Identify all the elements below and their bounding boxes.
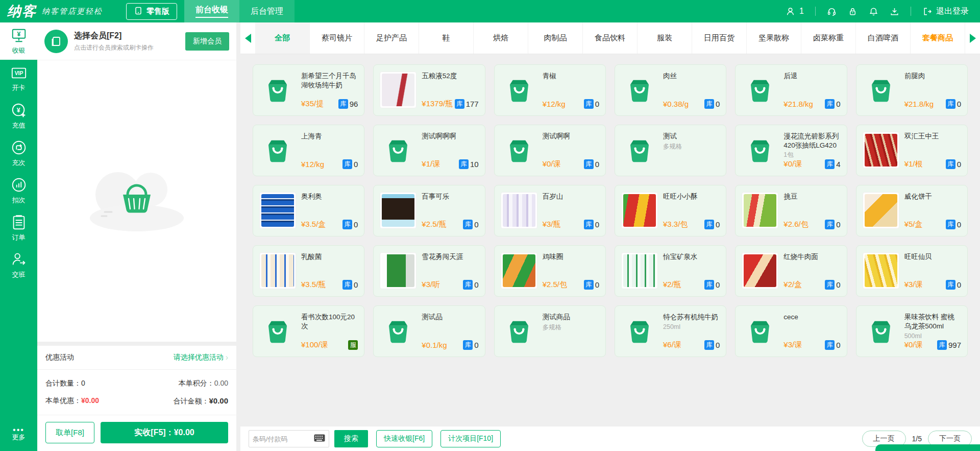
product-card[interactable]: 测试商品多规格 [494, 305, 606, 357]
keyboard-icon[interactable] [314, 434, 325, 444]
category-tab[interactable]: 卤菜称重 [801, 22, 856, 54]
product-card[interactable]: 怡宝矿泉水¥2/瓶库0 [615, 245, 726, 297]
product-card[interactable]: 挑豆¥2.6/包库0 [735, 185, 847, 236]
product-card[interactable]: 百事可乐¥2.5/瓶库0 [373, 185, 485, 236]
category-tab[interactable]: 蔡司镜片 [310, 22, 364, 54]
stock-count: 96 [350, 100, 358, 108]
product-name: 怡宝矿泉水 [663, 252, 720, 262]
select-member-label: 选择会员[F2] [74, 31, 179, 41]
product-name: 红烧牛肉面 [783, 252, 840, 262]
category-tab[interactable]: 全部 [255, 22, 310, 54]
product-bag-icon [863, 313, 899, 349]
sidebar-item-refill-times[interactable]: 充次 [0, 134, 37, 172]
stock-badge-icon: 库 [459, 159, 469, 169]
category-tab[interactable]: 足护产品 [364, 22, 419, 54]
download-icon[interactable] [890, 7, 899, 16]
arrow-left-icon [245, 34, 251, 43]
product-card[interactable]: 果味茶饮料 蜜桃乌龙茶500ml500ml¥0/课库997 [856, 305, 968, 357]
quick-checkout-button[interactable]: 快速收银[F6] [376, 430, 432, 447]
product-card[interactable]: 测试品¥0.1/kg库0 [373, 305, 485, 357]
category-tab[interactable]: 鞋 [419, 22, 474, 54]
category-scroll-right-button[interactable] [965, 22, 980, 54]
product-card[interactable]: 五粮液52度¥1379/瓶库177 [373, 64, 485, 116]
sidebar-item-shift-change[interactable]: 交班 [0, 246, 37, 283]
sidebar-item-deduct-times[interactable]: 扣次 [0, 172, 37, 209]
choose-promo-link[interactable]: 请选择优惠活动 › [174, 353, 228, 362]
stock-badge-icon: 库 [342, 280, 352, 290]
product-card[interactable]: 双汇王中王¥1/根库0 [856, 125, 968, 176]
checkout-button[interactable]: 实收[F5]：¥0.00 [101, 422, 228, 443]
product-area: 全部蔡司镜片足护产品鞋烘焙肉制品食品饮料服装日用百货坚果散称卤菜称重白酒啤酒套餐… [240, 22, 980, 451]
product-price: ¥0/课 [783, 159, 802, 169]
sidebar-item-orders[interactable]: 订单 [0, 209, 37, 246]
search-button[interactable]: 搜索 [334, 430, 368, 447]
sidebar-more-button[interactable]: ••• 更多 [0, 418, 37, 451]
stock-count: 0 [474, 220, 478, 229]
product-card[interactable]: 看书次数100元20次¥100/课服 [253, 305, 364, 357]
product-card[interactable]: 威化饼干¥5/盒库0 [856, 185, 968, 236]
product-card[interactable]: 测试啊啊啊¥1/课库10 [373, 125, 485, 176]
product-card[interactable]: 雪花勇闯天涯¥3/听库0 [373, 245, 485, 297]
product-card[interactable]: 旺旺仙贝¥3/课库0 [856, 245, 968, 297]
sidebar-item-cashier[interactable]: ¥ 收银 [0, 22, 37, 60]
barcode-input[interactable] [253, 435, 314, 443]
product-card[interactable]: 漫花流光碧影系列420张抽纸LG4201包¥0/课库4 [735, 125, 847, 176]
product-card[interactable]: 红烧牛肉面¥2/盒库0 [735, 245, 847, 297]
product-name: 百事可乐 [422, 192, 478, 201]
product-card[interactable]: cece¥3/课库0 [735, 305, 847, 357]
online-users[interactable]: 1 [786, 7, 804, 16]
app-slogan: 纳客管店更轻松 [42, 7, 103, 16]
product-card[interactable]: 肉丝¥0.38/g库0 [615, 64, 726, 116]
product-card[interactable]: 测试啊啊¥0/课库0 [494, 125, 606, 176]
logout-button[interactable]: 退出登录 [922, 6, 969, 17]
product-card[interactable]: 百岁山¥3/瓶库0 [494, 185, 606, 236]
category-tab[interactable]: 套餐商品 [911, 22, 965, 54]
product-price: ¥1/课 [422, 159, 440, 169]
product-card[interactable]: 后退¥21.8/kg库0 [735, 64, 847, 116]
category-tab[interactable]: 坚果散称 [747, 22, 801, 54]
tab-front-cashier[interactable]: 前台收银 [184, 0, 239, 22]
product-card[interactable]: 特仑苏有机纯牛奶250ml¥6/课库0 [615, 305, 726, 357]
sidebar-item-recharge[interactable]: ¥ 充值 [0, 97, 37, 134]
tab-back-office[interactable]: 后台管理 [239, 0, 295, 22]
lock-icon[interactable] [848, 7, 857, 16]
support-headset-icon[interactable] [827, 7, 837, 16]
product-card[interactable]: 鸡味圈¥2.5/包库0 [494, 245, 606, 297]
product-price: ¥3.5/瓶 [301, 280, 326, 290]
category-tab[interactable]: 肉制品 [528, 22, 583, 54]
category-tab[interactable]: 烘焙 [474, 22, 528, 54]
svg-text:¥: ¥ [17, 30, 20, 37]
category-tab[interactable]: 白酒啤酒 [856, 22, 911, 54]
product-name: 上海青 [301, 132, 358, 141]
select-member-area[interactable]: 选择会员[F2] 点击进行会员搜索或刷卡操作 新增会员 [37, 22, 236, 60]
stock-count: 177 [466, 100, 479, 108]
stock-badge-icon: 库 [584, 280, 594, 290]
product-card[interactable]: 旺旺小小酥¥3.3/包库0 [615, 185, 726, 236]
product-card[interactable]: 前腿肉¥21.8/kg库0 [856, 64, 968, 116]
product-card[interactable]: 青椒¥12/kg库0 [494, 64, 606, 116]
category-scroll-left-button[interactable] [240, 22, 255, 54]
category-tab[interactable]: 服装 [638, 22, 692, 54]
product-card[interactable]: 奥利奥¥3.5/盒库0 [253, 185, 364, 236]
stock-badge-icon: 库 [704, 280, 714, 290]
product-bag-icon [501, 313, 537, 349]
add-member-button[interactable]: 新增会员 [185, 32, 229, 51]
product-card[interactable]: 新希望三个月千岛湖牧场纯牛奶¥35/提库96 [253, 64, 364, 116]
product-card[interactable]: 上海青¥12/kg库0 [253, 125, 364, 176]
product-name: 旺旺仙贝 [904, 252, 961, 262]
category-tab[interactable]: 食品饮料 [583, 22, 638, 54]
hold-order-button[interactable]: 取单[F8] [45, 422, 94, 443]
stock-indicator: 库0 [946, 159, 961, 169]
category-tab[interactable]: 日用百货 [692, 22, 747, 54]
product-photo [863, 252, 899, 289]
stock-indicator: 库0 [463, 280, 478, 290]
product-price: ¥2.5/瓶 [422, 220, 446, 229]
product-card[interactable]: 测试多规格 [615, 125, 726, 176]
product-name: 测试啊啊 [543, 132, 599, 141]
count-item-button[interactable]: 计次项目[F10] [440, 430, 501, 447]
bell-icon[interactable] [869, 7, 878, 16]
stock-badge-icon: 库 [463, 220, 473, 229]
stock-indicator: 库997 [937, 340, 961, 350]
sidebar-item-open-card[interactable]: VIP 开卡 [0, 60, 37, 97]
product-card[interactable]: 乳酸菌¥3.5/瓶库0 [253, 245, 364, 297]
